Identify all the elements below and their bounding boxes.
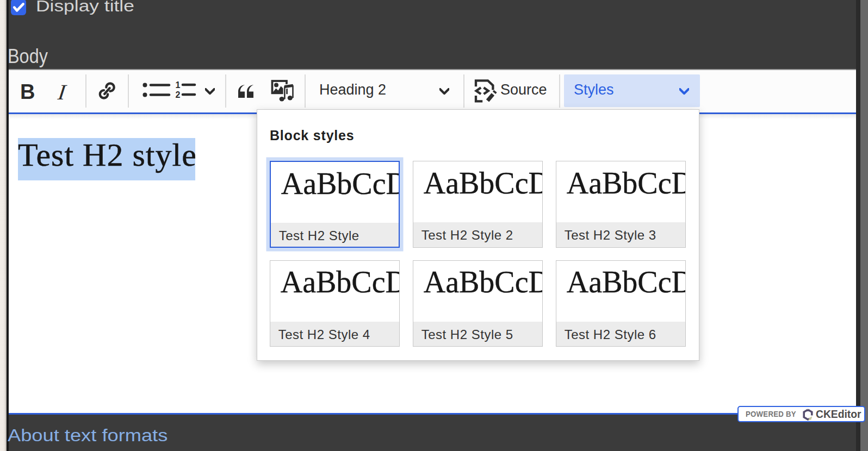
svg-text:1: 1 [176,80,181,90]
svg-text:2: 2 [176,90,181,99]
